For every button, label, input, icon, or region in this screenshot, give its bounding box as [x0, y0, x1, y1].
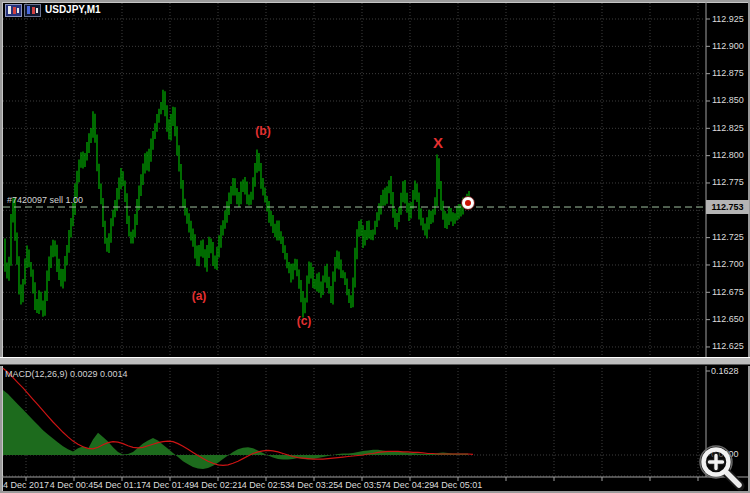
price-tick-label: 112.850	[712, 95, 744, 105]
price-tick-label: 112.900	[712, 41, 744, 51]
time-tick-label: 4 Dec 01:17	[98, 480, 147, 490]
price-tick-label: 112.800	[712, 150, 744, 160]
time-tick-label: 4 Dec 01:49	[146, 480, 195, 490]
time-tick-label: 4 Dec 02:21	[194, 480, 243, 490]
bars-chart-icon	[24, 4, 41, 17]
panel-splitter[interactable]	[0, 357, 750, 366]
time-tick-label: 4 Dec 00:45	[50, 480, 99, 490]
price-tick-label: 112.625	[712, 341, 744, 351]
time-tick-label: 4 Dec 2017	[3, 480, 49, 490]
annotation-x[interactable]: X	[433, 134, 443, 151]
time-tick-label: 4 Dec 03:57	[338, 480, 387, 490]
macd-max-label: 0.1628	[711, 366, 739, 376]
price-tick-label: 112.875	[712, 68, 744, 78]
annotation-a[interactable]: (a)	[192, 289, 207, 303]
candles-chart-icon	[5, 4, 22, 17]
price-tick-label: 112.775	[712, 177, 744, 187]
price-tick-label: 112.675	[712, 287, 744, 297]
current-price-badge: 112.753	[706, 200, 749, 214]
price-tick-label: 112.825	[712, 123, 744, 133]
main-chart-area[interactable]	[2, 2, 705, 356]
annotation-b[interactable]: (b)	[255, 124, 270, 138]
marker-dot-icon	[465, 200, 471, 206]
price-tick-label: 112.700	[712, 259, 744, 269]
order-line-label[interactable]: #7420097 sell 1.00	[7, 195, 83, 205]
time-tick-label: 4 Dec 05:01	[434, 480, 483, 490]
time-tick-label: 4 Dec 02:53	[242, 480, 291, 490]
sell-entry-marker[interactable]	[461, 196, 475, 210]
price-tick-label: 112.650	[712, 314, 744, 324]
time-tick-label: 4 Dec 03:25	[290, 480, 339, 490]
time-tick-label: 4 Dec 04:29	[386, 480, 435, 490]
price-tick-label: 112.925	[712, 14, 744, 24]
symbol-timeframe-label: USDJPY,M1	[45, 4, 101, 15]
macd-panel[interactable]	[2, 367, 705, 477]
macd-zero-label: 0.0000	[711, 449, 739, 459]
macd-indicator-label: MACD(12,26,9) 0.0029 0.0014	[5, 369, 128, 379]
annotation-c[interactable]: (c)	[297, 314, 312, 328]
price-tick-label: 112.725	[712, 232, 744, 242]
mt4-chart-window: USDJPY,M1 #7420097 sell 1.00 MACD(12,26,…	[0, 0, 750, 493]
